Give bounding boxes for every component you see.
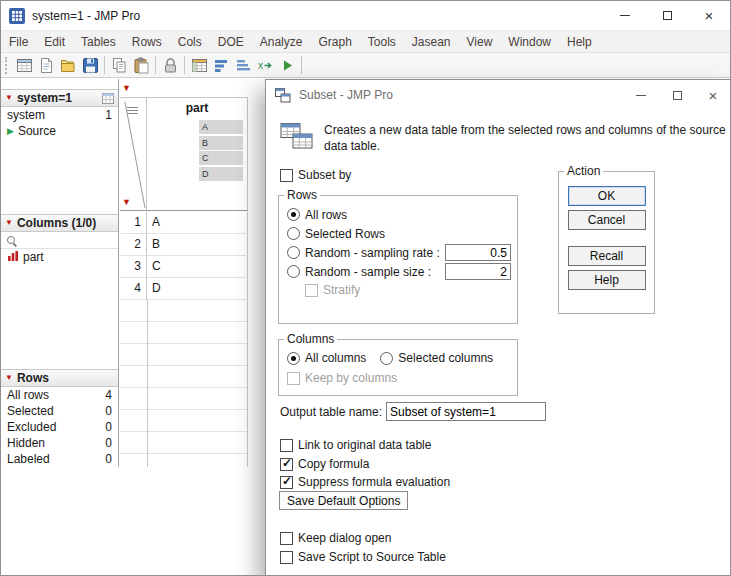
row-number[interactable]: 3: [120, 256, 147, 277]
source-script-item[interactable]: ▶ Source: [1, 123, 118, 139]
toolbar: x: [1, 53, 730, 78]
cell-part[interactable]: A: [147, 212, 248, 233]
radio-random-sampling-rate[interactable]: Random - sampling rate :: [279, 243, 517, 262]
columns-panel: ▼ Columns (1/0) part: [1, 214, 118, 369]
menu-item-tables[interactable]: Tables: [73, 31, 124, 52]
recall-button[interactable]: Recall: [568, 246, 646, 266]
column-list-icon[interactable]: [127, 107, 138, 116]
dialog-maximize-button[interactable]: [659, 80, 695, 110]
menu-item-rows[interactable]: Rows: [124, 31, 170, 52]
radio-selected-columns[interactable]: Selected columns: [380, 351, 493, 365]
cancel-button[interactable]: Cancel: [568, 210, 646, 230]
menu-item-help[interactable]: Help: [559, 31, 600, 52]
table-panel-header[interactable]: ▼ system=1: [1, 89, 118, 107]
red-triangle-icon[interactable]: ▼: [5, 94, 13, 102]
cell-part[interactable]: D: [147, 278, 248, 299]
menu-item-cols[interactable]: Cols: [170, 31, 210, 52]
header-graph-bar: B: [199, 136, 243, 150]
checkbox-label: Suppress formula evaluation: [298, 475, 450, 489]
row-number[interactable]: 4: [120, 278, 147, 299]
save-icon[interactable]: [79, 55, 101, 76]
menu-item-window[interactable]: Window: [500, 31, 559, 52]
output-table-name-label: Output table name:: [280, 405, 382, 419]
cell-part[interactable]: B: [147, 234, 248, 255]
menu-item-graph[interactable]: Graph: [310, 31, 359, 52]
checkbox: [280, 169, 293, 182]
menu-item-analyze[interactable]: Analyze: [252, 31, 311, 52]
copy-icon[interactable]: [108, 55, 130, 76]
menu-item-file[interactable]: File: [1, 31, 36, 52]
radio-label: Random - sampling rate :: [305, 246, 440, 260]
radio-selected-rows[interactable]: Selected Rows: [279, 224, 517, 243]
save-default-options-button[interactable]: Save Default Options: [279, 491, 408, 510]
open-file-icon[interactable]: [57, 55, 79, 76]
output-table-name-input[interactable]: [386, 402, 546, 421]
formula-icon[interactable]: x: [254, 55, 276, 76]
distribution-icon[interactable]: [210, 55, 232, 76]
columns-search-input[interactable]: [20, 233, 100, 247]
dialog-close-button[interactable]: ×: [695, 80, 731, 110]
sorted-bars-icon[interactable]: [232, 55, 254, 76]
help-button[interactable]: Help: [568, 270, 646, 290]
run-script-icon[interactable]: [276, 55, 298, 76]
dialog-minimize-button[interactable]: [623, 80, 659, 110]
close-button[interactable]: ×: [688, 1, 730, 30]
table-row[interactable]: 2 B: [120, 234, 248, 256]
new-journal-icon[interactable]: [35, 55, 57, 76]
copy-formula-checkbox[interactable]: Copy formula: [280, 457, 369, 471]
table-row[interactable]: 1 A: [120, 212, 248, 234]
cell-part[interactable]: C: [147, 256, 248, 277]
columns-search[interactable]: [1, 232, 118, 249]
column-header-part[interactable]: part A B C D: [147, 98, 248, 210]
radio-random-sample-size[interactable]: Random - sample size :: [279, 262, 517, 281]
rows-menu-red-triangle[interactable]: ▼: [122, 198, 131, 207]
table-row[interactable]: 3 C: [120, 256, 248, 278]
run-source-icon[interactable]: ▶: [7, 127, 14, 136]
dialog-titlebar: Subset - JMP Pro ×: [266, 80, 731, 110]
minimize-button[interactable]: [604, 1, 646, 30]
columns-panel-title: Columns (1/0): [17, 216, 96, 230]
save-script-to-source-table-checkbox[interactable]: Save Script to Source Table: [280, 550, 446, 564]
row-number[interactable]: 2: [120, 234, 147, 255]
svg-text:x: x: [258, 60, 263, 71]
menu-item-view[interactable]: View: [459, 31, 501, 52]
link-to-original-checkbox[interactable]: Link to original data table: [280, 438, 431, 452]
checkbox-label: Copy formula: [298, 457, 369, 471]
sample-size-input[interactable]: [445, 263, 511, 280]
window-title: system=1 - JMP Pro: [32, 9, 140, 23]
variable-label: system: [7, 108, 45, 122]
row-number[interactable]: 1: [120, 212, 147, 233]
columns-menu-red-triangle[interactable]: ▼: [122, 84, 131, 93]
close-icon: ×: [709, 88, 718, 103]
action-group: Action OK Cancel Recall Help: [558, 164, 655, 314]
column-header-label: part: [147, 98, 247, 115]
subset-by-checkbox[interactable]: Subset by: [280, 168, 351, 182]
red-triangle-icon[interactable]: ▼: [5, 219, 13, 227]
table-row[interactable]: 4 D: [120, 278, 248, 300]
menu-item-edit[interactable]: Edit: [36, 31, 73, 52]
maximize-button[interactable]: [646, 1, 688, 30]
sampling-rate-input[interactable]: [445, 244, 511, 261]
rows-panel-header[interactable]: ▼ Rows: [1, 369, 118, 387]
columns-panel-header[interactable]: ▼ Columns (1/0): [1, 214, 118, 232]
menu-item-doe[interactable]: DOE: [210, 31, 252, 52]
subset-dialog-icon: [275, 88, 291, 103]
radio-all-rows[interactable]: All rows: [279, 205, 517, 224]
suppress-formula-evaluation-checkbox[interactable]: Suppress formula evaluation: [280, 475, 450, 489]
toolbar-grip[interactable]: [5, 57, 9, 74]
checkbox: [280, 458, 293, 471]
menu-item-tools[interactable]: Tools: [360, 31, 404, 52]
radio-label: Random - sample size :: [305, 265, 431, 279]
paste-icon[interactable]: [130, 55, 152, 76]
keep-dialog-open-checkbox[interactable]: Keep dialog open: [280, 531, 391, 545]
radio-all-columns[interactable]: All columns: [287, 351, 366, 365]
red-triangle-icon[interactable]: ▼: [5, 374, 13, 382]
grid-corner[interactable]: [120, 98, 147, 210]
summary-table-icon[interactable]: [188, 55, 210, 76]
column-item-part[interactable]: part: [1, 249, 118, 265]
new-data-table-icon[interactable]: [13, 55, 35, 76]
lock-icon[interactable]: [159, 55, 181, 76]
menu-item-jasean[interactable]: Jasean: [404, 31, 459, 52]
stat-label: All rows: [7, 387, 49, 403]
ok-button[interactable]: OK: [568, 186, 646, 206]
